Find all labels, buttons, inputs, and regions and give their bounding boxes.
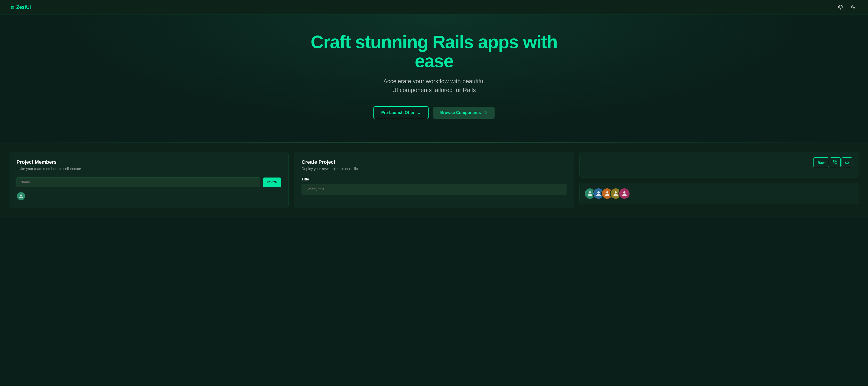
pre-launch-button[interactable]: Pre-Launch Offer	[373, 106, 428, 119]
arrow-down-icon	[417, 111, 421, 115]
download-icon	[845, 160, 849, 164]
invite-button[interactable]: Invite	[263, 178, 281, 187]
create-project-card: Create Project Deploy your new project i…	[294, 152, 574, 208]
copy-icon	[833, 160, 837, 164]
raw-button[interactable]: Raw	[813, 157, 829, 167]
arrow-right-icon	[483, 111, 487, 115]
browse-components-button[interactable]: Browse Components	[433, 107, 495, 119]
third-column: Raw	[579, 152, 859, 208]
copy-button[interactable]	[830, 157, 841, 167]
navbar: ZestUI	[0, 0, 868, 14]
project-members-subtitle: Invite your team members to collaborate.	[17, 167, 281, 171]
palette-icon	[838, 5, 843, 10]
svg-point-2	[839, 6, 840, 6]
logo-icon	[11, 6, 13, 8]
svg-point-10	[597, 191, 600, 194]
moon-icon	[851, 5, 855, 9]
svg-point-12	[615, 191, 617, 194]
logo[interactable]: ZestUI	[11, 4, 31, 10]
nav-icons	[836, 3, 857, 11]
dark-mode-button[interactable]	[849, 3, 857, 11]
project-members-title: Project Members	[17, 159, 281, 165]
palette-icon-button[interactable]	[836, 3, 844, 11]
hero-section: Craft stunning Rails apps with ease Acce…	[0, 14, 868, 142]
download-button[interactable]	[842, 157, 852, 167]
hero-buttons: Pre-Launch Offer Browse Components	[373, 106, 494, 119]
toolbar-row: Raw	[586, 157, 852, 167]
project-members-card: Project Members Invite your team members…	[9, 152, 289, 208]
logo-text: ZestUI	[16, 4, 31, 10]
toolbar-card: Raw	[579, 152, 859, 178]
project-title-input[interactable]	[302, 184, 566, 195]
svg-point-11	[606, 191, 608, 194]
create-project-title: Create Project	[302, 159, 566, 165]
title-field-label: Title	[302, 177, 566, 181]
avatar	[618, 188, 630, 200]
create-project-subtitle: Deploy your new project in one-click.	[302, 167, 566, 171]
svg-point-9	[589, 191, 591, 194]
svg-point-6	[20, 195, 22, 196]
hero-subtitle: Accelerate your workflow with beautiful …	[383, 77, 485, 94]
svg-rect-7	[835, 161, 837, 164]
cards-section: Project Members Invite your team members…	[0, 143, 868, 217]
hero-title: Craft stunning Rails apps with ease	[298, 33, 569, 70]
svg-point-0	[841, 6, 841, 6]
svg-point-13	[623, 191, 625, 194]
avatar-cluster-card	[579, 183, 859, 204]
name-input[interactable]	[17, 177, 260, 187]
members-avatar-row	[17, 192, 281, 201]
invite-input-row: Invite	[17, 177, 281, 187]
avatar	[17, 192, 26, 201]
